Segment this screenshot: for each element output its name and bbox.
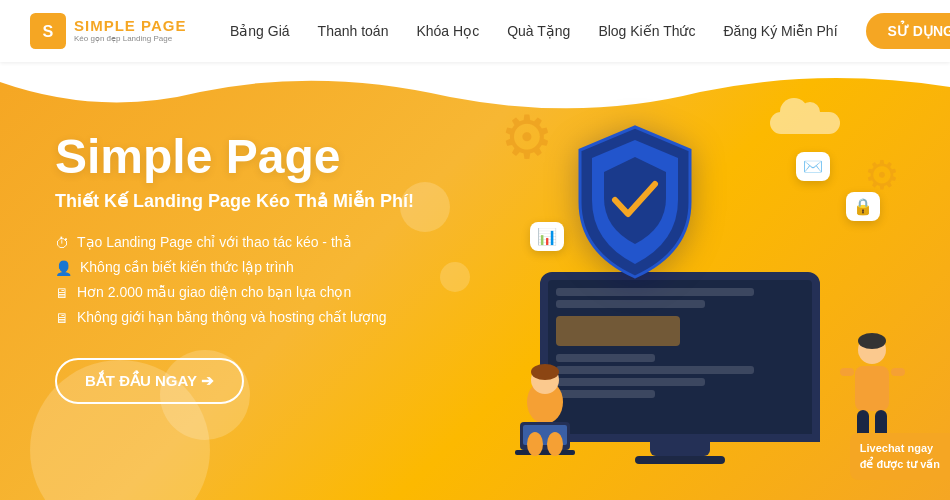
- logo-icon: S: [30, 13, 66, 49]
- hero-subtitle: Thiết Kế Landing Page Kéo Thả Miễn Phí!: [55, 190, 485, 212]
- feature-item-3: 🖥 Hơn 2.000 mẫu giao diện cho bạn lựa ch…: [55, 284, 485, 301]
- nav-cta-button[interactable]: SỬ DỤNG NGAY ➔: [866, 13, 950, 49]
- feature-icon-3: 🖥: [55, 285, 69, 301]
- hero-section: Simple Page Thiết Kế Landing Page Kéo Th…: [0, 62, 950, 500]
- svg-point-4: [531, 364, 559, 380]
- person-sitting-illustration: [500, 362, 590, 462]
- svg-point-9: [547, 432, 563, 456]
- svg-text:S: S: [43, 22, 54, 40]
- feature-icon-4: 🖥: [55, 310, 69, 326]
- screen-row-1: [556, 288, 754, 296]
- feature-text-1: Tạo Landing Page chỉ với thao tác kéo - …: [77, 234, 352, 250]
- nav-item-blog[interactable]: Blog Kiến Thức: [598, 23, 695, 39]
- gear-icon-large: ⚙: [500, 102, 554, 172]
- livechat-bubble[interactable]: Livechat ngay để được tư vấn: [850, 433, 950, 480]
- feature-icon-1: ⏱: [55, 235, 69, 251]
- feature-item-2: 👤 Không cần biết kiến thức lập trình: [55, 259, 485, 276]
- shield-icon: [570, 122, 700, 286]
- screen-row-3: [556, 354, 655, 362]
- feature-text-4: Không giới hạn băng thông và hosting chấ…: [77, 309, 387, 325]
- logo-tagline: Kéo gọn đẹp Landing Page: [74, 35, 186, 44]
- logo-name: SIMPLE PAGE: [74, 18, 186, 35]
- hero-title: Simple Page: [55, 132, 485, 182]
- svg-rect-12: [855, 366, 889, 411]
- livechat-line1: Livechat ngay: [860, 442, 933, 454]
- cloud-deco: [770, 112, 840, 134]
- svg-rect-7: [515, 450, 575, 455]
- chart-float-icon: 📊: [530, 222, 564, 251]
- logo[interactable]: S SIMPLE PAGE Kéo gọn đẹp Landing Page: [30, 13, 190, 49]
- nav-item-bang-gia[interactable]: Bảng Giá: [230, 23, 290, 39]
- feature-text-2: Không cần biết kiến thức lập trình: [80, 259, 294, 275]
- screen-highlight: [556, 316, 680, 346]
- monitor-base: [635, 456, 725, 464]
- logo-text: SIMPLE PAGE Kéo gọn đẹp Landing Page: [74, 18, 186, 43]
- email-float-icon: ✉️: [796, 152, 830, 181]
- navbar: S SIMPLE PAGE Kéo gọn đẹp Landing Page B…: [0, 0, 950, 62]
- feature-text-3: Hơn 2.000 mẫu giao diện cho bạn lựa chọn: [77, 284, 351, 300]
- feature-icon-2: 👤: [55, 260, 72, 276]
- svg-rect-14: [891, 368, 905, 376]
- feature-item-1: ⏱ Tạo Landing Page chỉ với thao tác kéo …: [55, 234, 485, 251]
- lock-float-icon: 🔒: [846, 192, 880, 221]
- nav-item-dang-ky[interactable]: Đăng Ký Miễn Phí: [724, 23, 838, 39]
- nav-item-khoa-hoc[interactable]: Khóa Học: [416, 23, 479, 39]
- hero-cta-button[interactable]: BẮT ĐẦU NGAY ➔: [55, 358, 244, 404]
- monitor-stand: [650, 442, 710, 456]
- nav-links: Bảng Giá Thanh toán Khóa Học Quà Tặng Bl…: [230, 13, 950, 49]
- screen-row-2: [556, 300, 705, 308]
- hero-illustration: ⚙ ⚙: [490, 92, 920, 482]
- nav-item-thanh-toan[interactable]: Thanh toán: [318, 23, 389, 39]
- livechat-line2: để được tư vấn: [860, 458, 940, 470]
- feature-list: ⏱ Tạo Landing Page chỉ với thao tác kéo …: [55, 234, 485, 326]
- svg-point-8: [527, 432, 543, 456]
- svg-point-11: [858, 333, 886, 349]
- svg-rect-13: [840, 368, 854, 376]
- feature-item-4: 🖥 Không giới hạn băng thông và hosting c…: [55, 309, 485, 326]
- hero-content: Simple Page Thiết Kế Landing Page Kéo Th…: [55, 132, 485, 404]
- nav-item-qua-tang[interactable]: Quà Tặng: [507, 23, 570, 39]
